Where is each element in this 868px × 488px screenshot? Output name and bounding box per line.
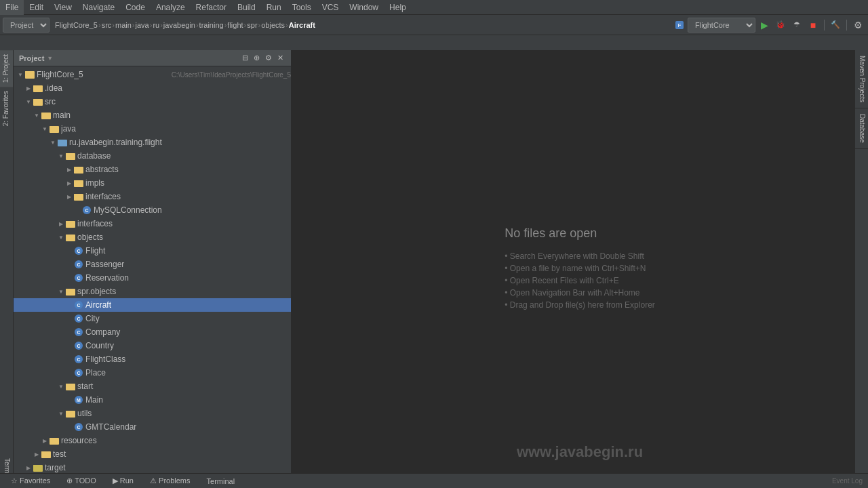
menu-analyze[interactable]: Analyze (151, 0, 191, 15)
stop-button[interactable]: ■ (806, 18, 821, 33)
tree-arrow-ru: ▼ (49, 140, 57, 146)
breadcrumb-training[interactable]: training (199, 21, 224, 29)
svg-text:C: C (77, 262, 80, 267)
menu-refactor[interactable]: Refactor (191, 0, 232, 15)
maven-tab[interactable]: Maven Projects (855, 50, 868, 108)
breadcrumb-src[interactable]: src (102, 21, 112, 29)
breadcrumb-ru[interactable]: ru (153, 21, 159, 29)
tree-item-flightclass[interactable]: ▶ C FlightClass (14, 352, 291, 366)
tree-item-utils[interactable]: ▼ utils (14, 407, 291, 420)
panel-dropdown-icon[interactable]: ▼ (47, 55, 53, 62)
bottom-tab-problems[interactable]: ⚠ Problems (144, 475, 196, 487)
hint-2: • Open a file by name with Ctrl+Shift+N (505, 264, 655, 273)
tree-label-passenger: Passenger (85, 260, 291, 269)
strip-favorites[interactable]: 2: Favorites (0, 87, 13, 130)
tree-item-ru[interactable]: ▼ ru.javabegin.training.flight (14, 136, 291, 149)
tree-item-mysql[interactable]: ▶ C MySQLConnection (14, 203, 291, 217)
tree-label-country: Country (85, 341, 291, 350)
tree-item-gmtcalendar[interactable]: ▶ C GMTCalendar (14, 420, 291, 434)
run-config-selector[interactable]: FlightCore (688, 18, 755, 33)
menu-vcs[interactable]: VCS (317, 0, 344, 15)
breadcrumb-main[interactable]: main (115, 21, 132, 29)
breadcrumb-flight[interactable]: flight (227, 21, 243, 29)
breadcrumb-java[interactable]: java (136, 21, 149, 29)
project-panel: Project ▼ ⊟ ⊕ ⚙ ✕ ▼ FlightCore_5 C:\User… (14, 50, 292, 488)
menu-build[interactable]: Build (232, 0, 261, 15)
tree-label-test: test (53, 449, 291, 459)
tree-item-interfaces-db[interactable]: ▶ interfaces (14, 190, 291, 203)
panel-collapse-btn[interactable]: ⊟ (240, 53, 250, 63)
tree-item-spr-objects[interactable]: ▼ spr.objects (14, 285, 291, 298)
database-tab[interactable]: Database (855, 108, 868, 149)
tree-item-company[interactable]: ▶ C Company (14, 325, 291, 339)
menu-navigate[interactable]: Navigate (77, 0, 120, 15)
menu-edit[interactable]: Edit (24, 0, 49, 15)
coverage-button[interactable]: ☂ (789, 18, 804, 33)
menu-view[interactable]: View (49, 0, 77, 15)
breadcrumb-aircraft[interactable]: Aircraft (289, 21, 315, 29)
bottom-tab-terminal[interactable]: Terminal (201, 476, 241, 487)
svg-text:C: C (77, 371, 80, 375)
settings-button[interactable]: ⚙ (850, 18, 865, 33)
tree-item-main[interactable]: ▼ main (14, 108, 291, 122)
panel-settings-btn[interactable]: ⚙ (263, 53, 274, 63)
menu-run[interactable]: Run (261, 0, 287, 15)
tree-item-aircraft[interactable]: ▶ C Aircraft (14, 298, 291, 312)
event-log[interactable]: Event Log (832, 477, 863, 485)
menu-file[interactable]: File (0, 0, 24, 15)
java-folder-icon (49, 123, 60, 134)
menu-tools[interactable]: Tools (287, 0, 317, 15)
tree-item-abstracts[interactable]: ▶ abstracts (14, 163, 291, 176)
project-selector[interactable]: Project (3, 18, 50, 33)
breadcrumb-objects[interactable]: objects (261, 21, 285, 29)
tree-item-idea[interactable]: ▶ .idea (14, 81, 291, 95)
svg-rect-15 (66, 153, 69, 155)
tree-item-start[interactable]: ▼ start (14, 380, 291, 393)
strip-project[interactable]: 1: Project (0, 50, 13, 87)
bottom-tab-todo[interactable]: ⊕ TODO (61, 475, 101, 487)
tree-item-impls[interactable]: ▶ impls (14, 176, 291, 190)
svg-text:C: C (77, 330, 80, 335)
tree-item-target[interactable]: ▶ target (14, 461, 291, 474)
tree-item-reservation[interactable]: ▶ C Reservation (14, 271, 291, 285)
tree-item-interfaces[interactable]: ▶ interfaces (14, 217, 291, 230)
breadcrumb-spr[interactable]: spr (247, 21, 257, 29)
tree-arrow-interfaces: ▶ (57, 221, 65, 227)
svg-text:C: C (77, 249, 80, 253)
reservation-class-icon: C (73, 272, 84, 283)
panel-scroll-btn[interactable]: ⊕ (252, 53, 262, 63)
tree-label-objects: objects (77, 232, 291, 242)
tree-item-passenger[interactable]: ▶ C Passenger (14, 258, 291, 271)
breadcrumb-javabegin[interactable]: javabegin (163, 21, 195, 29)
panel-close-btn[interactable]: ✕ (275, 53, 285, 63)
tree-item-place[interactable]: ▶ C Place (14, 366, 291, 380)
tree-item-root[interactable]: ▼ FlightCore_5 C:\Users\Tim\IdeaProjects… (14, 68, 291, 81)
menu-help[interactable]: Help (384, 0, 412, 15)
bottom-tab-favorites[interactable]: ☆ Favorites (5, 475, 56, 487)
tree-item-city[interactable]: ▶ C City (14, 312, 291, 325)
breadcrumb-flightcore[interactable]: FlightCore_5 (55, 21, 98, 29)
company-class-icon: C (73, 327, 84, 338)
flightclass-class-icon: C (73, 354, 84, 365)
target-folder-icon (33, 462, 43, 473)
tree-item-database[interactable]: ▼ database (14, 149, 291, 163)
svg-text:F: F (678, 22, 682, 28)
tree-arrow-database: ▼ (57, 153, 65, 159)
tree-item-resources[interactable]: ▶ resources (14, 434, 291, 447)
tree-item-java[interactable]: ▼ java (14, 122, 291, 136)
tree-item-src[interactable]: ▼ src (14, 95, 291, 108)
tree-item-test[interactable]: ▶ test (14, 447, 291, 461)
tree-item-objects[interactable]: ▼ objects (14, 230, 291, 244)
tree-item-country[interactable]: ▶ C Country (14, 339, 291, 352)
tree-arrow-root: ▼ (16, 72, 24, 78)
tree-arrow-objects: ▼ (57, 235, 65, 241)
bottom-tab-run[interactable]: ▶ Run (107, 475, 139, 487)
tree-item-flight[interactable]: ▶ C Flight (14, 244, 291, 258)
place-class-icon: C (73, 367, 84, 378)
menu-code[interactable]: Code (120, 0, 151, 15)
tree-item-main-class[interactable]: ▶ M Main (14, 393, 291, 407)
menu-window[interactable]: Window (344, 0, 384, 15)
build-button[interactable]: 🔨 (828, 18, 843, 33)
debug-button[interactable]: 🐞 (773, 18, 788, 33)
run-button[interactable]: ▶ (757, 18, 772, 33)
